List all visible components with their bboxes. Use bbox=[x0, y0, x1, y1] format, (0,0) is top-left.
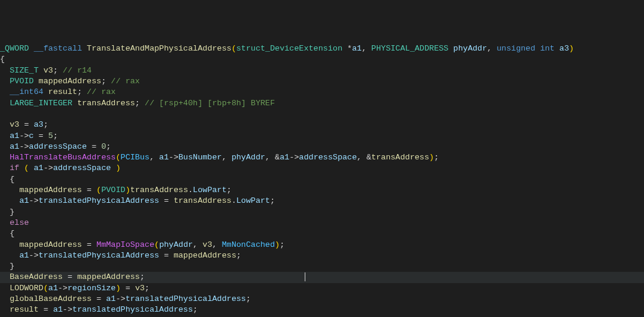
code-token: LowPart bbox=[193, 186, 227, 194]
code-token: , bbox=[149, 153, 159, 162]
code-token: struct_DeviceExtension bbox=[236, 44, 342, 53]
code-token: ( bbox=[232, 44, 236, 53]
code-token: ; bbox=[106, 142, 111, 151]
code-token: * bbox=[342, 44, 352, 53]
code-token: ) bbox=[429, 153, 434, 162]
code-view[interactable]: _QWORD __fastcall TranslateAndMapPhysica… bbox=[0, 43, 644, 317]
code-token bbox=[0, 196, 19, 205]
code-token: -> bbox=[62, 305, 72, 314]
code-line[interactable]: { bbox=[0, 54, 644, 65]
code-line[interactable]: } bbox=[0, 207, 644, 218]
code-line[interactable]: { bbox=[0, 174, 644, 185]
code-token bbox=[82, 44, 87, 53]
code-token: { bbox=[0, 55, 5, 64]
code-token: SIZE_T bbox=[10, 66, 39, 75]
code-token bbox=[0, 131, 10, 140]
code-line[interactable]: BaseAddress = mappedAddress; bbox=[0, 272, 644, 283]
code-token: TranslateAndMapPhysicalAddress bbox=[87, 44, 232, 53]
code-token: a1 bbox=[106, 294, 115, 303]
code-line[interactable]: LODWORD(a1->regionSize) = v3; bbox=[0, 283, 644, 294]
code-line[interactable]: __int64 result; // rax bbox=[0, 87, 644, 98]
code-token bbox=[34, 77, 39, 86]
code-token: -> bbox=[289, 153, 299, 162]
code-token: c bbox=[29, 131, 34, 140]
code-line[interactable]: { bbox=[0, 228, 644, 239]
code-token: // rax bbox=[111, 77, 140, 86]
code-token: a1 bbox=[19, 196, 29, 205]
code-token: globalBaseAddress bbox=[10, 294, 92, 303]
code-line[interactable]: a1->translatedPhysicalAddress = transAdd… bbox=[0, 196, 644, 206]
code-token: = bbox=[19, 120, 33, 129]
code-line[interactable]: a1->addressSpace = 0; bbox=[0, 142, 644, 152]
code-token bbox=[0, 120, 10, 129]
code-token: = bbox=[87, 142, 101, 151]
code-token bbox=[0, 99, 10, 108]
code-token: ; bbox=[434, 153, 439, 162]
code-line[interactable]: mappedAddress = (PVOID)transAddress.LowP… bbox=[0, 185, 644, 196]
code-token: } bbox=[0, 262, 14, 271]
code-line[interactable]: _QWORD __fastcall TranslateAndMapPhysica… bbox=[0, 43, 644, 54]
code-token: translatedPhysicalAddress bbox=[39, 196, 160, 205]
code-line[interactable]: result = a1->translatedPhysicalAddress; bbox=[0, 305, 644, 315]
code-token: v3 bbox=[135, 284, 145, 293]
code-token: unsigned int bbox=[497, 44, 555, 53]
code-token: v3 bbox=[43, 66, 53, 75]
code-token: a1 bbox=[159, 153, 168, 162]
code-token: ; bbox=[43, 120, 48, 129]
code-line[interactable]: else bbox=[0, 218, 644, 228]
code-token: translatedPhysicalAddress bbox=[73, 305, 193, 314]
code-token: mappedAddress bbox=[19, 186, 82, 194]
code-token: = bbox=[82, 240, 96, 249]
code-token: addressSpace bbox=[29, 142, 87, 151]
code-line[interactable]: mappedAddress = MmMapIoSpace(phyAddr, v3… bbox=[0, 240, 644, 250]
code-line[interactable]: } bbox=[0, 261, 644, 272]
code-token: ; bbox=[135, 99, 145, 108]
code-token bbox=[0, 87, 10, 96]
code-line[interactable] bbox=[0, 109, 644, 120]
code-line[interactable]: a1->translatedPhysicalAddress = mappedAd… bbox=[0, 250, 644, 261]
code-token: LARGE_INTEGER bbox=[10, 99, 72, 108]
code-line[interactable]: LARGE_INTEGER transAddress; // [rsp+40h]… bbox=[0, 98, 644, 109]
code-token: LowPart bbox=[236, 196, 270, 205]
code-token: HalTranslateBusAddress bbox=[10, 153, 115, 162]
code-token: = bbox=[34, 131, 48, 140]
code-line[interactable]: SIZE_T v3; // r14 bbox=[0, 65, 644, 76]
code-token: BusNumber bbox=[179, 153, 222, 162]
code-token: a1 bbox=[48, 284, 58, 293]
code-token bbox=[0, 153, 10, 162]
code-token: translatedPhysicalAddress bbox=[39, 251, 160, 260]
code-line[interactable]: globalBaseAddress = a1->translatedPhysic… bbox=[0, 294, 644, 305]
code-token: result bbox=[10, 305, 39, 314]
code-token: -> bbox=[58, 284, 67, 293]
code-token: , bbox=[212, 240, 222, 249]
code-token: transAddress bbox=[77, 99, 135, 108]
code-token: transAddress bbox=[174, 196, 232, 205]
code-token: ; bbox=[246, 294, 251, 303]
code-line[interactable]: HalTranslateBusAddress(PCIBus, a1->BusNu… bbox=[0, 152, 644, 163]
code-line[interactable]: v3 = a3; bbox=[0, 120, 644, 130]
code-token bbox=[0, 186, 19, 194]
code-token: __fastcall bbox=[34, 44, 82, 53]
code-token: PCIBus bbox=[121, 153, 150, 162]
code-token: mappedAddress bbox=[77, 272, 140, 281]
code-line[interactable]: a1->c = 5; bbox=[0, 131, 644, 142]
code-token bbox=[0, 66, 10, 75]
code-token: ; bbox=[53, 66, 62, 75]
code-token: regionSize bbox=[67, 284, 115, 293]
code-token: ; bbox=[227, 186, 232, 194]
code-token: phyAddr bbox=[159, 240, 193, 249]
code-token bbox=[0, 305, 10, 314]
code-token: ; bbox=[270, 196, 275, 205]
code-token bbox=[39, 66, 43, 75]
code-token bbox=[0, 251, 19, 260]
code-token: else bbox=[10, 218, 29, 227]
code-token: ( bbox=[43, 284, 48, 293]
code-token: = bbox=[121, 284, 135, 293]
code-line[interactable]: if ( a1->addressSpace ) bbox=[0, 163, 644, 174]
code-token: a1 bbox=[352, 44, 361, 53]
code-token: = bbox=[39, 305, 53, 314]
code-token: PVOID bbox=[101, 186, 126, 194]
code-line[interactable]: PVOID mappedAddress; // rax bbox=[0, 76, 644, 87]
code-token: addressSpace bbox=[53, 164, 111, 172]
code-token bbox=[0, 164, 10, 172]
